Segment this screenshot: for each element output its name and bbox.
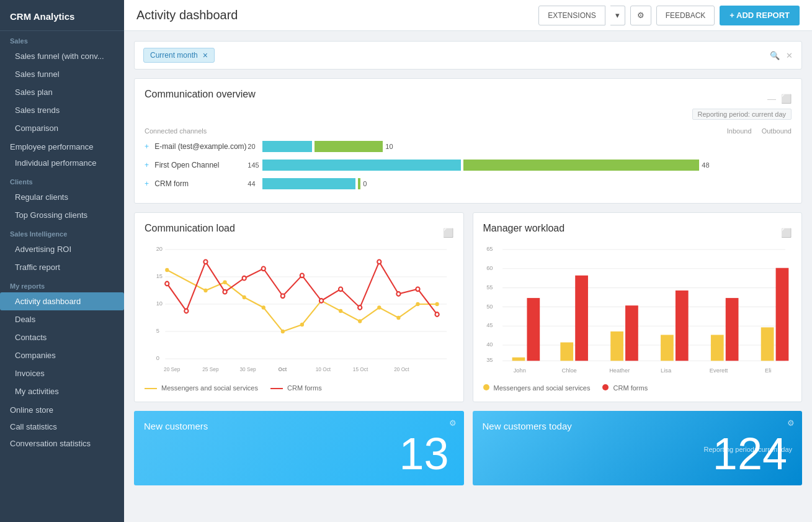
svg-point-12 [223, 281, 226, 285]
content-area: Current month × 🔍 ✕ Communication overvi… [124, 31, 812, 522]
sidebar-item-advertising-roi[interactable]: Advertising ROI [0, 240, 124, 258]
sidebar-section-sales-intelligence: Sales Intelligence [0, 224, 124, 240]
svg-point-38 [435, 312, 439, 317]
bottom-cards-row: New customers ⚙ 13 New customers today ⚙… [134, 411, 802, 485]
svg-point-29 [262, 267, 265, 271]
svg-point-37 [416, 287, 419, 292]
channel-bars: 44 0 [248, 174, 714, 193]
svg-text:John: John [513, 367, 525, 374]
svg-point-25 [184, 309, 188, 313]
svg-text:50: 50 [486, 302, 493, 309]
bar-john-red [527, 298, 540, 361]
add-report-button[interactable]: + ADD REPORT [720, 6, 800, 25]
svg-point-20 [377, 305, 381, 310]
sidebar-item-activity-dashboard[interactable]: Activity dashboard [0, 292, 124, 310]
svg-point-23 [435, 302, 439, 307]
channel-expand-icon[interactable]: + [145, 161, 149, 169]
sidebar-item-online-store[interactable]: Online store [0, 400, 124, 417]
new-customers-today-settings-icon[interactable]: ⚙ [787, 418, 795, 428]
svg-point-14 [262, 305, 265, 310]
panel-minimize-icon[interactable]: — [767, 94, 776, 104]
reporting-period-label: Reporting period: current day [692, 109, 792, 120]
channel-outbound-bar [315, 141, 383, 152]
svg-point-35 [377, 260, 381, 264]
svg-point-26 [203, 260, 207, 264]
svg-text:55: 55 [486, 284, 493, 290]
sidebar-item-comparison[interactable]: Comparison [0, 119, 124, 137]
comm-load-settings-icon[interactable]: ⬜ [443, 228, 453, 238]
manager-workload-header: Manager workload ⬜ [483, 223, 792, 243]
svg-point-32 [319, 299, 323, 303]
sidebar-item-companies[interactable]: Companies [0, 346, 124, 364]
sidebar-item-invoices[interactable]: Invoices [0, 364, 124, 382]
sidebar-item-sales-funnel-conv[interactable]: Sales funnel (with conv... [0, 47, 124, 65]
channel-outbound-num: 48 [702, 161, 714, 169]
crm-legend-label: CRM forms [287, 384, 322, 392]
sidebar-item-contacts[interactable]: Contacts [0, 328, 124, 346]
sidebar-item-traffic-report[interactable]: Traffic report [0, 258, 124, 276]
sidebar-item-call-statistics[interactable]: Call statistics [0, 417, 124, 434]
channel-name: + First Open Channel [145, 156, 248, 174]
mw-crm-legend-dot [602, 384, 609, 390]
comm-overview-title: Communication overview [145, 89, 256, 100]
filter-actions: 🔍 ✕ [770, 51, 793, 60]
sidebar-group-employee-performance[interactable]: Employee performance [0, 137, 124, 154]
topbar-actions: EXTENSIONS ▾ ⚙ FEEDBACK + ADD REPORT [538, 6, 800, 25]
svg-text:15 Oct: 15 Oct [353, 366, 368, 372]
channel-row: + E-mail (test@example.com) 20 10 [145, 137, 792, 156]
svg-text:Everett: Everett [709, 367, 728, 374]
bar-everett-red [725, 298, 738, 361]
svg-text:25 Sep: 25 Sep [202, 366, 218, 372]
channel-expand-icon[interactable]: + [145, 179, 149, 188]
panel-header: Communication overview — ⬜ [145, 89, 792, 109]
svg-point-10 [165, 268, 169, 272]
sidebar-item-sales-plan[interactable]: Sales plan [0, 83, 124, 101]
new-customers-card: New customers ⚙ 13 [134, 411, 464, 485]
svg-text:10 Oct: 10 Oct [316, 366, 331, 372]
svg-point-27 [223, 290, 226, 294]
manager-workload-settings-icon[interactable]: ⬜ [781, 228, 792, 238]
svg-point-28 [243, 276, 246, 281]
sidebar-item-sales-trends[interactable]: Sales trends [0, 101, 124, 119]
bar-heather-red [625, 305, 638, 361]
mw-messengers-legend-dot [483, 384, 489, 390]
svg-text:60: 60 [486, 264, 493, 271]
comm-load-legend: Messengers and social services CRM forms [145, 384, 453, 392]
search-icon[interactable]: 🔍 [770, 51, 780, 60]
extensions-button[interactable]: EXTENSIONS [538, 6, 605, 25]
feedback-button[interactable]: FEEDBACK [656, 6, 715, 25]
comm-load-panel: Communication load ⬜ 20 15 10 5 0 [134, 212, 464, 402]
sidebar: CRM Analytics Sales Sales funnel (with c… [0, 0, 124, 522]
sidebar-item-sales-funnel[interactable]: Sales funnel [0, 65, 124, 83]
new-customers-today-value: 124 [713, 428, 787, 479]
bar-everett-yellow [710, 335, 723, 361]
svg-point-24 [165, 282, 169, 286]
channel-name: + E-mail (test@example.com) [145, 137, 248, 156]
extensions-dropdown-button[interactable]: ▾ [610, 6, 625, 25]
new-customers-settings-icon[interactable]: ⚙ [449, 418, 457, 428]
sidebar-item-regular-clients[interactable]: Regular clients [0, 188, 124, 206]
svg-text:Chloe: Chloe [561, 367, 576, 374]
sidebar-item-deals[interactable]: Deals [0, 310, 124, 328]
channel-expand-icon[interactable]: + [145, 142, 149, 151]
svg-point-21 [396, 316, 400, 320]
settings-button[interactable]: ⚙ [630, 6, 651, 25]
filter-tag-current-month[interactable]: Current month × [143, 48, 215, 63]
filter-tag-close-button[interactable]: × [203, 50, 208, 60]
svg-text:Lisa: Lisa [661, 367, 672, 374]
close-icon[interactable]: ✕ [786, 51, 793, 60]
manager-workload-legend: Messengers and social services CRM forms [483, 384, 792, 392]
charts-row: Communication load ⬜ 20 15 10 5 0 [134, 212, 802, 402]
sidebar-item-my-activities[interactable]: My activities [0, 382, 124, 400]
svg-point-19 [358, 319, 362, 323]
panel-expand-icon[interactable]: ⬜ [781, 94, 792, 104]
sidebar-item-individual-performance[interactable]: Individual performance [0, 154, 124, 172]
messengers-legend-item: Messengers and social services [145, 384, 258, 392]
svg-point-15 [281, 330, 285, 334]
channel-row: + First Open Channel 145 48 [145, 156, 792, 174]
sidebar-item-conversation-statistics[interactable]: Conversation statistics [0, 434, 124, 451]
sidebar-section-clients: Clients [0, 172, 124, 188]
channel-row: + CRM form 44 0 [145, 174, 792, 193]
sidebar-item-top-grossing-clients[interactable]: Top Grossing clients [0, 206, 124, 224]
comm-load-chart: 20 15 10 5 0 [145, 243, 453, 379]
